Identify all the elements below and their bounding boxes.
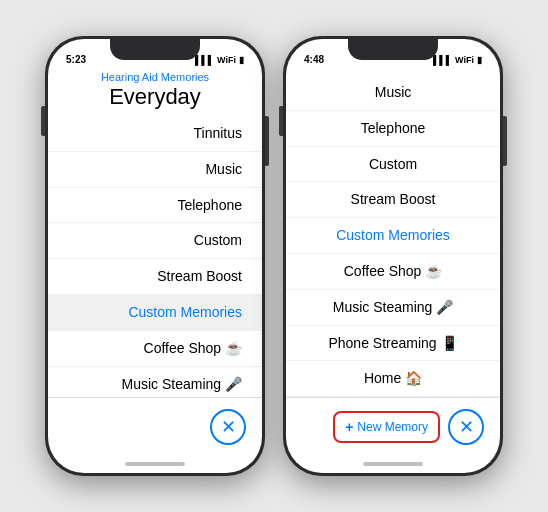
notch-2 (348, 36, 438, 60)
home-bar-1 (125, 462, 185, 466)
phones-container: 5:23 ▌▌▌ WiFi ▮ Hearing Aid Memories Eve… (45, 36, 503, 476)
screen-content-2: Music Telephone Custom Stream Boost Cust… (286, 67, 500, 473)
time-2: 4:48 (304, 54, 324, 65)
bottom-area-2: + New Memory ✕ (286, 397, 500, 455)
notch-1 (110, 36, 200, 60)
bottom-area-1: ✕ (48, 397, 262, 455)
list-item[interactable]: Custom (48, 223, 262, 259)
home-bar-2 (363, 462, 423, 466)
status-icons-1: ▌▌▌ WiFi ▮ (195, 55, 244, 65)
list-item[interactable]: Coffee Shop ☕ (286, 254, 500, 290)
close-button-1[interactable]: ✕ (210, 409, 246, 445)
list-item[interactable]: Telephone (286, 111, 500, 147)
list-item-custom-memories[interactable]: Custom Memories (48, 295, 262, 331)
wifi-icon-1: WiFi (217, 55, 236, 65)
status-icons-2: ▌▌▌ WiFi ▮ (433, 55, 482, 65)
list-item[interactable]: Music (48, 152, 262, 188)
phone-2: 4:48 ▌▌▌ WiFi ▮ Music Telephone Custom S… (283, 36, 503, 476)
list-item[interactable]: Custom (286, 147, 500, 183)
list-area-1[interactable]: Tinnitus Music Telephone Custom Stream B… (48, 116, 262, 397)
list-item[interactable]: Telephone (48, 188, 262, 224)
list-item[interactable]: Home 🏠 (286, 361, 500, 397)
list-area-2[interactable]: Music Telephone Custom Stream Boost Cust… (286, 67, 500, 397)
phone-1: 5:23 ▌▌▌ WiFi ▮ Hearing Aid Memories Eve… (45, 36, 265, 476)
close-button-2[interactable]: ✕ (448, 409, 484, 445)
list-item[interactable]: Phone Streaming 📱 (286, 326, 500, 362)
battery-icon-2: ▮ (477, 55, 482, 65)
list-item[interactable]: Tinnitus (48, 116, 262, 152)
list-item[interactable]: Coffee Shop ☕ (48, 331, 262, 367)
title-1: Everyday (58, 84, 252, 110)
signal-icon-1: ▌▌▌ (195, 55, 214, 65)
list-item[interactable]: Stream Boost (48, 259, 262, 295)
signal-icon-2: ▌▌▌ (433, 55, 452, 65)
new-memory-button[interactable]: + New Memory (333, 411, 440, 443)
screen-content-1: Hearing Aid Memories Everyday Tinnitus M… (48, 67, 262, 473)
new-memory-label: New Memory (357, 420, 428, 434)
list-item[interactable]: Music (286, 75, 500, 111)
list-item[interactable]: Stream Boost (286, 182, 500, 218)
wifi-icon-2: WiFi (455, 55, 474, 65)
list-item[interactable]: Music Steaming 🎤 (48, 367, 262, 397)
p1-header: Hearing Aid Memories Everyday (48, 67, 262, 116)
time-1: 5:23 (66, 54, 86, 65)
list-item[interactable]: Music Steaming 🎤 (286, 290, 500, 326)
subtitle-1: Hearing Aid Memories (58, 71, 252, 83)
home-indicator-1 (48, 455, 262, 473)
list-item-custom-memories-2[interactable]: Custom Memories (286, 218, 500, 254)
home-indicator-2 (286, 455, 500, 473)
plus-icon: + (345, 419, 353, 435)
battery-icon-1: ▮ (239, 55, 244, 65)
